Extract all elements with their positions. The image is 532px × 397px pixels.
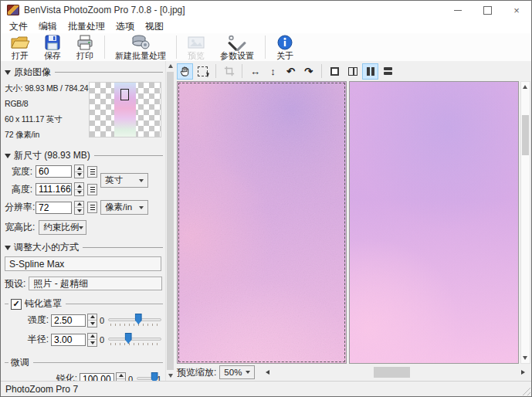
maximize-icon [483, 6, 492, 15]
slider-track[interactable] [108, 338, 161, 341]
preview-vertical-scrollbar[interactable] [520, 81, 530, 364]
maximize-button[interactable] [473, 1, 502, 19]
sharpen-input[interactable] [80, 373, 114, 382]
hscroll-thumb[interactable] [374, 367, 410, 378]
resolution-input[interactable] [36, 202, 72, 214]
slider-ticks [110, 324, 159, 326]
close-button[interactable]: × [502, 1, 531, 19]
header-rule [55, 72, 163, 73]
rotate-left-button[interactable]: ↶ [283, 63, 299, 80]
preview-toolbar: ↔ ↕ ↶ ↷ [175, 61, 531, 81]
group-rule [5, 362, 8, 363]
preview-zoom-select[interactable]: 50% [219, 365, 255, 379]
aspect-ratio-label: 宽高比: [5, 221, 36, 234]
marquee-tool-button[interactable] [195, 63, 211, 80]
width-input[interactable] [36, 165, 72, 178]
new-batch-button[interactable]: 新建批量处理 [108, 34, 173, 60]
stacked-view-icon [384, 67, 392, 75]
sharpen-stepper[interactable] [116, 372, 126, 382]
menu-options[interactable]: 选项 [110, 20, 140, 33]
original-image-header[interactable]: 原始图像 [5, 66, 163, 79]
hscroll-track[interactable] [274, 367, 517, 378]
panel-scrollbar[interactable] [165, 61, 175, 381]
height-stepper[interactable] [74, 182, 84, 196]
slider-thumb[interactable] [151, 372, 158, 381]
strength-row: 强度: 0 [5, 310, 163, 330]
save-button[interactable]: 保存 [36, 34, 69, 60]
new-size-header[interactable]: 新尺寸 (98.93 MB) [5, 149, 163, 162]
scroll-up-icon[interactable] [168, 64, 173, 68]
scroll-right-icon[interactable] [521, 370, 525, 375]
panel-scrollbar-thumb[interactable] [167, 72, 174, 370]
menu-view[interactable]: 视图 [140, 20, 169, 33]
about-button[interactable]: 关于 [269, 34, 301, 60]
resolution-reset-button[interactable] [87, 202, 97, 213]
width-reset-button[interactable] [87, 166, 97, 178]
aspect-ratio-row: 宽高比: 约束比例 [5, 220, 163, 235]
slider-thumb[interactable] [135, 314, 142, 324]
rotate-right-button[interactable]: ↷ [300, 63, 317, 80]
preview-horizontal-scrollbar[interactable] [261, 366, 530, 378]
toolbar-separator [176, 36, 177, 59]
menu-file[interactable]: 文件 [4, 20, 33, 33]
view-single-button[interactable] [327, 63, 343, 80]
view-stacked-button[interactable] [380, 63, 396, 80]
stepper-up-icon [90, 315, 95, 318]
strength-stepper[interactable] [87, 314, 97, 327]
view-side-by-side-button[interactable] [362, 63, 378, 80]
length-unit-select[interactable]: 英寸 [100, 173, 148, 188]
chevron-down-icon [139, 179, 144, 182]
tools-settings-icon [227, 34, 247, 51]
length-unit-value: 英寸 [105, 175, 123, 186]
aspect-ratio-value: 约束比例 [43, 222, 79, 233]
resolution-unit-select[interactable]: 像素/in [100, 200, 148, 215]
width-stepper[interactable] [74, 165, 84, 178]
original-image-pane[interactable] [177, 81, 347, 364]
preset-select[interactable]: 照片 - 超精细 [29, 277, 162, 290]
resize-grip[interactable] [520, 385, 530, 395]
preview-image-icon [186, 34, 206, 51]
scroll-down-icon[interactable] [168, 374, 173, 378]
preview-scrollbar-thumb[interactable] [522, 115, 529, 155]
slider-track[interactable] [108, 318, 161, 321]
enlarged-preview-pane[interactable] [349, 81, 519, 364]
resize-method-select[interactable]: S-Spline Max [5, 256, 161, 271]
strength-slider[interactable] [108, 313, 161, 327]
minimize-button[interactable] [443, 1, 473, 19]
radius-slider[interactable] [108, 332, 161, 347]
resize-method-header[interactable]: 调整大小的方式 [5, 241, 163, 254]
original-image-title: 原始图像 [14, 66, 51, 79]
scroll-down-icon[interactable] [523, 356, 527, 360]
open-button[interactable]: 打开 [4, 34, 36, 60]
unsharp-mask-checkbox[interactable]: ✓ [11, 299, 22, 310]
flip-vertical-button[interactable]: ↕ [265, 63, 281, 80]
height-input[interactable] [36, 183, 72, 195]
print-button[interactable]: 打印 [69, 34, 101, 60]
title-bar[interactable]: BenVista PhotoZoom Pro 7.0.8 - [0.jpg] × [1, 1, 531, 19]
aspect-ratio-select[interactable]: 约束比例 [39, 220, 86, 235]
stepper-up-icon [90, 334, 95, 338]
stepper-down-icon [77, 209, 82, 212]
view-split-button[interactable] [344, 63, 361, 80]
resolution-stepper[interactable] [74, 201, 84, 215]
side-by-side-icon [367, 67, 374, 76]
crop-tool-button [221, 63, 237, 80]
menu-batch[interactable]: 批量处理 [63, 20, 110, 33]
marquee-icon [198, 66, 208, 76]
flip-horizontal-button[interactable]: ↔ [247, 63, 263, 80]
settings-button[interactable]: 参数设置 [212, 34, 262, 60]
menu-edit[interactable]: 编辑 [33, 20, 63, 33]
collapse-triangle-icon [5, 70, 11, 75]
floppy-save-icon [43, 34, 62, 51]
sharpen-slider[interactable] [137, 372, 155, 381]
hand-tool-button[interactable] [177, 63, 193, 80]
strength-input[interactable] [51, 314, 86, 327]
radius-input[interactable] [51, 334, 86, 346]
height-reset-button[interactable] [87, 184, 97, 195]
scroll-left-icon[interactable] [266, 370, 269, 375]
window-title: BenVista PhotoZoom Pro 7.0.8 - [0.jpg] [24, 5, 185, 15]
chevron-down-icon [246, 371, 250, 374]
radius-stepper[interactable] [87, 333, 97, 347]
scroll-up-icon[interactable] [523, 85, 527, 89]
slider-thumb[interactable] [125, 333, 132, 344]
